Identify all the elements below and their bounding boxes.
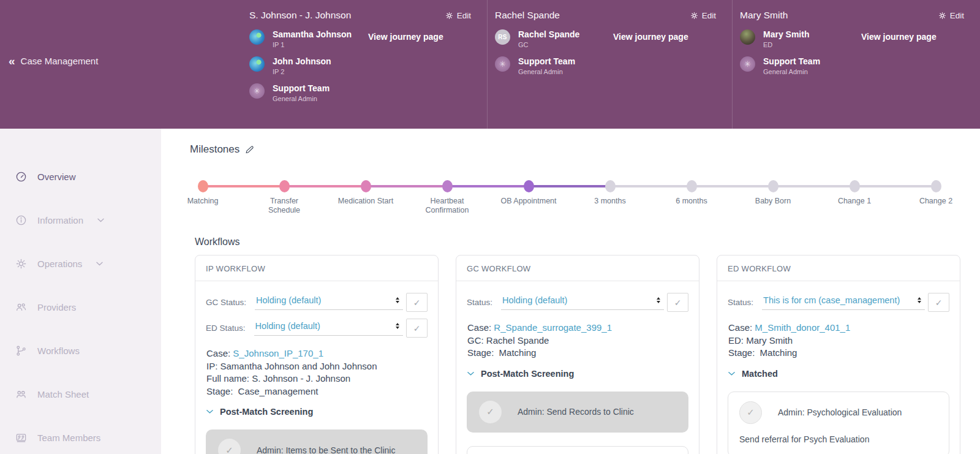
status-select[interactable]: Holding (default) — [501, 295, 664, 310]
view-journey-page-link[interactable]: View journey page — [368, 32, 471, 102]
milestone-dot[interactable] — [198, 180, 208, 192]
double-chevron-left-icon: « — [9, 55, 15, 67]
milestone-dot[interactable] — [442, 180, 453, 192]
person-role: IP 2 — [273, 68, 331, 75]
confirm-status-button[interactable]: ✓ — [928, 293, 949, 312]
case-card-spande: Rachel Spande Edit RS Rachel Spande GC ✳… — [487, 0, 732, 129]
task-title: Admin: Items to be Sent to the Clinic — [257, 445, 395, 454]
milestone-label: Medication Start — [320, 197, 412, 206]
person-role: General Admin — [518, 68, 575, 75]
section-label: Post-Match Screening — [220, 407, 313, 417]
view-journey-page-link[interactable]: View journey page — [861, 32, 964, 75]
avatar — [249, 56, 265, 72]
updown-arrows-icon — [657, 297, 660, 305]
task-item[interactable]: ✓ Admin: Items to be Sent to the Clinic — [206, 429, 428, 454]
case-card-johnson: S. Johnson - J. Johnson Edit Samantha Jo… — [249, 0, 487, 129]
case-link[interactable]: S_Johnson_IP_170_1 — [233, 348, 323, 358]
section-label: Matched — [742, 369, 778, 379]
full-name-label: Full name: — [206, 373, 249, 384]
back-label: Case Management — [21, 56, 99, 66]
avatar: RS — [495, 29, 510, 45]
updown-arrows-icon — [918, 297, 921, 305]
check-icon: ✓ — [413, 323, 421, 333]
person-row: ✳ Support Team General Admin — [495, 56, 613, 75]
task-item[interactable]: ✓ Admin: Psychological Evaluation Send r… — [728, 392, 949, 454]
task-subtitle: Send referral for Psych Evaluation — [739, 434, 938, 444]
gc-status-select[interactable]: Holding (default) — [255, 295, 403, 310]
select-value: Holding (default) — [255, 321, 396, 331]
confirm-status-button[interactable]: ✓ — [667, 293, 688, 312]
gc-label: GC: — [467, 335, 484, 346]
sidebar-item-label: Team Members — [37, 433, 100, 443]
sidebar-item-overview[interactable]: Overview — [0, 170, 161, 183]
ed-value: Mary Smith — [746, 335, 793, 346]
case-link[interactable]: M_Smith_donor_401_1 — [755, 322, 850, 333]
milestone-dot[interactable] — [768, 180, 778, 192]
milestone-dot[interactable] — [850, 180, 860, 192]
ed-status-select[interactable]: Holding (default) — [254, 321, 403, 336]
updown-arrows-icon — [396, 323, 399, 331]
milestones-title: Milestones — [190, 143, 239, 156]
gc-value: Rachel Spande — [486, 335, 549, 346]
view-journey-page-link[interactable]: View journey page — [613, 32, 716, 75]
ed-status-label: ED Status: — [206, 323, 246, 333]
milestone-dot[interactable] — [361, 180, 371, 192]
post-match-screening-toggle[interactable]: Post-Match Screening — [467, 369, 688, 379]
pencil-icon[interactable] — [245, 145, 254, 154]
milestone-dot[interactable] — [687, 180, 697, 192]
edit-case-button[interactable]: Edit — [445, 11, 471, 20]
person-role: General Admin — [763, 68, 820, 75]
confirm-status-button[interactable]: ✓ — [406, 319, 428, 338]
person-row: Mary Smith ED — [740, 29, 861, 48]
stage-value: Matching — [760, 347, 797, 358]
check-icon: ✓ — [935, 298, 943, 308]
sidebar-item-match-sheet[interactable]: Match Sheet — [0, 388, 161, 400]
edit-case-button[interactable]: Edit — [938, 11, 964, 20]
chevron-down-icon — [467, 371, 474, 376]
milestone-dot[interactable] — [524, 180, 534, 192]
case-card-title: S. Johnson - J. Johnson — [249, 10, 351, 21]
workflow-card-title: IP WORKFLOW — [195, 255, 438, 281]
task-check-circle[interactable]: ✓ — [479, 401, 502, 423]
milestone-dot[interactable] — [605, 180, 616, 192]
task-check-circle[interactable]: ✓ — [739, 401, 762, 424]
edit-case-button[interactable]: Edit — [690, 11, 716, 20]
post-match-screening-toggle[interactable]: Post-Match Screening — [206, 407, 428, 417]
team-board-icon — [15, 432, 27, 444]
info-icon — [15, 214, 27, 226]
sidebar-item-workflows[interactable]: Workflows — [0, 344, 161, 357]
milestone-change-1: Change 1 — [809, 180, 900, 206]
milestone-dot[interactable] — [279, 180, 290, 192]
chevron-down-icon — [94, 262, 105, 266]
chevron-down-icon — [95, 218, 107, 222]
section-label: Post-Match Screening — [481, 369, 574, 379]
status-select[interactable]: This is for cm (case_management) — [762, 295, 925, 310]
case-card-smith: Mary Smith Edit Mary Smith ED ✳ Support … — [732, 0, 980, 129]
sidebar-item-information[interactable]: Information — [0, 214, 161, 226]
sidebar-item-providers[interactable]: Providers — [0, 301, 161, 313]
task-item[interactable]: ✓ Admin: Send Records to Clinic — [467, 392, 688, 433]
sidebar-item-label: Workflows — [37, 346, 80, 356]
person-name: John Johnson — [273, 56, 331, 66]
person-name: Support Team — [763, 56, 820, 66]
milestone-dot[interactable] — [931, 180, 941, 192]
check-icon: ✓ — [413, 298, 421, 308]
confirm-status-button[interactable]: ✓ — [406, 293, 428, 312]
case-link[interactable]: R_Spande_surrogate_399_1 — [494, 322, 612, 333]
back-to-case-management[interactable]: « Case Management — [9, 55, 98, 67]
task-check-circle[interactable]: ✓ — [218, 439, 241, 454]
task-item-peek[interactable] — [467, 446, 688, 454]
person-row: John Johnson IP 2 — [249, 56, 368, 75]
main-content: Milestones Matching Transfer Schedule Me… — [161, 129, 980, 454]
page-header: « Case Management S. Johnson - J. Johnso… — [0, 0, 980, 129]
edit-label: Edit — [457, 11, 471, 20]
milestone-transfer-schedule: Transfer Schedule — [238, 180, 330, 215]
sidebar-item-operations[interactable]: Operations — [0, 257, 161, 270]
matched-toggle[interactable]: Matched — [728, 369, 949, 379]
milestone-change-2: Change 2 — [890, 180, 980, 206]
people-group-icon — [15, 301, 27, 313]
avatar — [249, 29, 265, 45]
person-role: IP 1 — [273, 41, 352, 48]
edit-label: Edit — [702, 11, 716, 20]
sidebar-item-team-members[interactable]: Team Members — [0, 431, 161, 444]
